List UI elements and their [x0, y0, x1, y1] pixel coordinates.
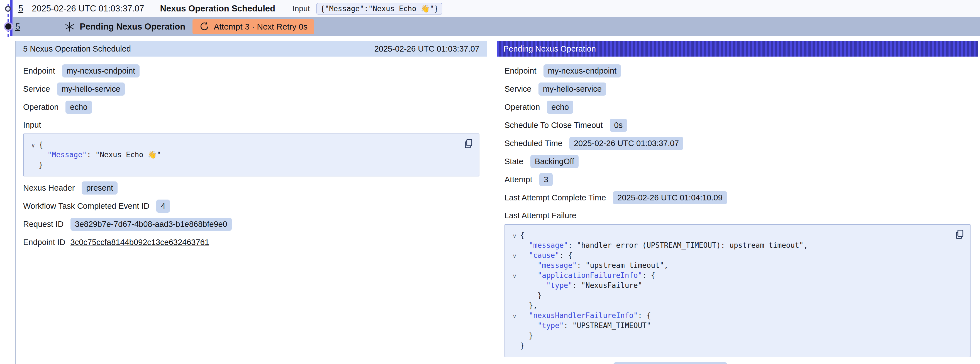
- field-label: Endpoint: [504, 66, 536, 75]
- field-label: Attempt: [504, 175, 532, 184]
- code-line: ∨ "Message": "Nexus Echo 👋": [27, 150, 454, 160]
- field-value-chip: my-hello-service: [538, 83, 606, 96]
- event-input-label: Input: [293, 4, 310, 13]
- failure-section-label: Last Attempt Failure: [504, 211, 970, 220]
- detail-field: Endpoint ID 3c0c75ccfa8144b092c13ce63246…: [23, 236, 479, 249]
- field-value-chip: my-hello-service: [57, 83, 125, 96]
- code-line: ∨ },: [509, 300, 945, 310]
- code-text: "type": "UPSTREAM_TIMEOUT": [520, 321, 651, 330]
- code-line: ∨ "type": "UPSTREAM_TIMEOUT": [509, 321, 945, 330]
- event-id-link[interactable]: 5: [15, 22, 20, 32]
- field-value-chip: present: [82, 182, 118, 195]
- event-timestamp: 2025-02-26 UTC 01:03:37.07: [32, 4, 144, 14]
- pending-panel-header: Pending Nexus Operation: [497, 41, 978, 57]
- detail-field: Service my-hello-service: [23, 83, 479, 96]
- field-value-chip: 3e829b7e-7d67-4b08-aad3-b1e868bfe9e0: [70, 218, 232, 231]
- code-line: ∨ }: [509, 330, 945, 341]
- field-label: Operation: [23, 102, 59, 112]
- event-input-value-chip: {"Message":"Nexus Echo 👋"}: [317, 3, 442, 14]
- detail-field: Last Attempt Complete Time 2025-02-26 UT…: [504, 191, 970, 204]
- input-json-block: ∨{∨ "Message": "Nexus Echo 👋"∨}: [23, 134, 479, 176]
- detail-field: Request ID 3e829b7e-7d67-4b08-aad3-b1e86…: [23, 218, 479, 231]
- field-label: Service: [504, 85, 531, 94]
- code-line: ∨ "message": "upstream timeout",: [509, 260, 945, 270]
- field-value-chip: my-nexus-endpoint: [544, 64, 621, 77]
- selected-events-accent-bar: [10, 0, 13, 36]
- field-label: Operation: [504, 102, 540, 112]
- collapse-chevron-icon[interactable]: ∨: [27, 140, 39, 150]
- detail-field: Operation echo: [23, 101, 479, 114]
- field-label: Workflow Task Completed Event ID: [23, 201, 149, 211]
- event-marker-open-icon[interactable]: [5, 6, 11, 12]
- code-text: {: [39, 140, 43, 150]
- field-label: Last Attempt Complete Time: [504, 193, 606, 202]
- code-text: },: [520, 300, 538, 310]
- code-line: ∨{: [27, 140, 454, 150]
- collapse-chevron-icon[interactable]: ∨: [509, 271, 520, 281]
- event-row-scheduled[interactable]: 5 2025-02-26 UTC 01:03:37.07 Nexus Opera…: [13, 0, 980, 17]
- code-text: "message": "handler error (UPSTREAM_TIME…: [520, 240, 808, 250]
- retry-icon: [199, 22, 209, 32]
- code-line: ∨ "message": "handler error (UPSTREAM_TI…: [509, 240, 945, 250]
- detail-field: Schedule To Close Timeout 0s: [504, 119, 970, 132]
- code-line: ∨ "type": "NexusFailure": [509, 280, 945, 291]
- code-text: "Message": "Nexus Echo 👋": [39, 150, 161, 160]
- collapse-chevron-icon[interactable]: ∨: [509, 251, 520, 261]
- retry-status-badge: Attempt 3 · Next Retry 0s: [192, 19, 314, 34]
- field-label: Nexus Header: [23, 184, 75, 193]
- field-value-chip: 2025-02-26 UTC 01:04:10.09: [613, 191, 727, 204]
- pending-panel-body: Endpoint my-nexus-endpoint Service my-he…: [497, 57, 978, 364]
- field-label: Request ID: [23, 220, 64, 229]
- code-text: "nexusHandlerFailureInfo": {: [520, 310, 651, 321]
- detail-field: Scheduled Time 2025-02-26 UTC 01:03:37.0…: [504, 137, 970, 150]
- code-line: ∨ "nexusHandlerFailureInfo": {: [509, 310, 945, 321]
- code-line: ∨{: [509, 230, 945, 240]
- field-value-link[interactable]: 3c0c75ccfa8144b092c13ce632463761: [70, 236, 209, 249]
- field-value-chip: 2025-02-26 UTC 01:04:13.93: [613, 362, 727, 364]
- scheduled-panel-body: Endpoint my-nexus-endpoint Service my-he…: [16, 57, 487, 260]
- field-value-chip: 2025-02-26 UTC 01:03:37.07: [570, 137, 683, 150]
- next-attempt-field: Next Attempt Schedule Time 2025-02-26 UT…: [504, 362, 970, 364]
- event-id-link[interactable]: 5: [18, 4, 23, 14]
- event-row-pending[interactable]: 5 Pending Nexus Operation Attempt 3 · Ne…: [13, 17, 980, 36]
- failure-json-block: ∨{∨ "message": "handler error (UPSTREAM_…: [504, 224, 970, 357]
- field-label: Endpoint ID: [23, 238, 65, 247]
- code-line: ∨}: [27, 160, 454, 170]
- code-line: ∨ "applicationFailureInfo": {: [509, 270, 945, 280]
- scheduled-event-panel: 5 Nexus Operation Scheduled 2025-02-26 U…: [15, 41, 487, 364]
- detail-field: State BackingOff: [504, 155, 970, 168]
- detail-field: Nexus Header present: [23, 182, 479, 195]
- scheduled-fields-top: Endpoint my-nexus-endpoint Service my-he…: [23, 64, 479, 114]
- copy-icon[interactable]: [955, 229, 965, 240]
- field-value-chip: 3: [539, 173, 553, 186]
- event-history-rows: 5 2025-02-26 UTC 01:03:37.07 Nexus Opera…: [13, 0, 980, 36]
- field-value-chip: my-nexus-endpoint: [62, 64, 140, 77]
- pending-fields: Endpoint my-nexus-endpoint Service my-he…: [504, 64, 970, 204]
- code-text: "type": "NexusFailure": [520, 280, 642, 291]
- scheduled-panel-time: 2025-02-26 UTC 01:03:37.07: [374, 44, 479, 54]
- field-label: Endpoint: [23, 66, 55, 75]
- pending-asterisk-icon: [64, 21, 75, 32]
- event-title: Nexus Operation Scheduled: [160, 4, 275, 14]
- scheduled-panel-title: 5 Nexus Operation Scheduled: [23, 44, 131, 54]
- collapse-chevron-icon[interactable]: ∨: [509, 311, 520, 321]
- field-value-chip: BackingOff: [530, 155, 579, 168]
- event-timeline-gutter: [0, 0, 13, 42]
- code-line: ∨ }: [509, 291, 945, 300]
- detail-field: Service my-hello-service: [504, 83, 970, 96]
- code-line: ∨ "cause": {: [509, 250, 945, 260]
- code-text: }: [520, 291, 542, 300]
- code-text: }: [520, 330, 533, 341]
- field-label: Scheduled Time: [504, 139, 562, 148]
- detail-field: Workflow Task Completed Event ID 4: [23, 200, 479, 213]
- field-value-chip: echo: [65, 101, 92, 114]
- event-title: Pending Nexus Operation: [80, 22, 185, 32]
- collapse-chevron-icon[interactable]: ∨: [509, 231, 520, 241]
- code-text: }: [520, 341, 525, 351]
- field-label: Schedule To Close Timeout: [504, 121, 603, 130]
- retry-badge-text: Attempt 3 · Next Retry 0s: [214, 22, 307, 32]
- event-detail-panels: 5 Nexus Operation Scheduled 2025-02-26 U…: [0, 36, 980, 364]
- event-marker-current-icon[interactable]: [5, 23, 11, 30]
- pending-panel-title: Pending Nexus Operation: [503, 44, 596, 54]
- copy-icon[interactable]: [463, 139, 474, 149]
